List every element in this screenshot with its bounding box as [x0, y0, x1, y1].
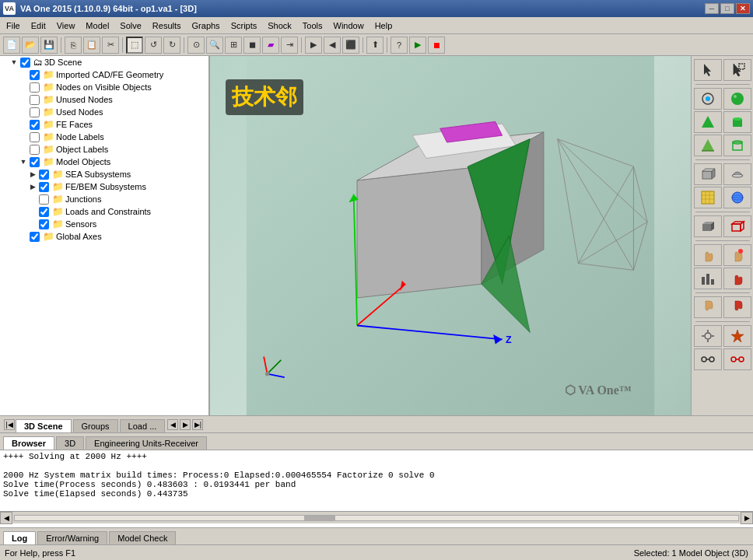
toolbar-export[interactable]: ⬆	[366, 37, 384, 54]
rt-orbit-btn[interactable]	[694, 88, 722, 110]
menu-solve[interactable]: Solve	[115, 19, 146, 32]
tree-node-loads[interactable]: ▶ 📁 Loads and Constraints	[0, 205, 208, 218]
checkbox-sea[interactable]	[39, 170, 49, 180]
rt-select-btn[interactable]	[723, 59, 751, 81]
toolbar-paste[interactable]: 📋	[83, 37, 100, 54]
tree-node-cad[interactable]: ▶ 📁 Imported CAD/FE Geometry	[0, 68, 208, 81]
checkbox-node-labels[interactable]	[30, 132, 40, 142]
toolbar-select-box[interactable]: ⬚	[126, 37, 143, 54]
rt-hand-btn[interactable]	[694, 244, 722, 266]
rt-green-cone-btn[interactable]	[694, 111, 722, 133]
checkbox-global-axes[interactable]	[30, 232, 40, 242]
checkbox-3dscene[interactable]	[20, 58, 30, 68]
menu-edit[interactable]: Edit	[26, 19, 51, 32]
menu-tools[interactable]: Tools	[298, 19, 327, 32]
toolbar-stop[interactable]: ⬛	[342, 37, 359, 54]
tree-node-global-axes[interactable]: ▶ 📁 Global Axes	[0, 230, 208, 243]
browser-tab-3d[interactable]: 3D	[56, 436, 84, 450]
toolbar-save[interactable]: 💾	[40, 37, 58, 54]
checkbox-model-objects[interactable]	[30, 157, 40, 167]
checkbox-unused-nodes[interactable]	[30, 95, 40, 105]
rt-up-hand-btn[interactable]	[723, 296, 751, 318]
toolbar-help[interactable]: ?	[391, 37, 408, 54]
rt-grid-sphere-btn[interactable]	[723, 187, 751, 208]
menu-help[interactable]: Help	[370, 19, 398, 32]
rt-star-btn[interactable]	[723, 325, 751, 347]
tree-node-model-objects[interactable]: ▼ 📁 Model Objects	[0, 156, 208, 168]
scene-tab-nav-prev[interactable]: ◀	[167, 419, 178, 430]
toolbar-rotate-left[interactable]: ↺	[145, 37, 162, 54]
browser-tab-browser[interactable]: Browser	[3, 436, 54, 450]
tree-node-used-nodes[interactable]: ▶ 📁 Used Nodes	[0, 106, 208, 118]
scene-tab-3dscene[interactable]: 3D Scene	[16, 419, 72, 432]
expand-3dscene[interactable]: ▼	[9, 58, 19, 67]
menu-window[interactable]: Window	[329, 19, 369, 32]
rt-bar-chart-btn[interactable]	[694, 268, 722, 289]
menu-file[interactable]: File	[2, 19, 25, 32]
toolbar-palette[interactable]: ▰	[262, 37, 279, 54]
expand-sea[interactable]: ▶	[28, 170, 37, 179]
menu-shock[interactable]: Shock	[263, 19, 296, 32]
menu-model[interactable]: Model	[81, 19, 114, 32]
toolbar-copy[interactable]: ⎘	[65, 37, 82, 54]
rt-grid-box-btn[interactable]	[694, 187, 722, 208]
menu-graphs[interactable]: Graphs	[187, 19, 225, 32]
toolbar-stop2[interactable]: ⏹	[428, 37, 445, 54]
checkbox-junctions[interactable]	[39, 194, 49, 205]
scene-tab-nav-last[interactable]: ▶|	[192, 419, 203, 430]
toolbar-cut[interactable]: ✂	[102, 37, 119, 54]
3d-viewport[interactable]: 技术邻	[210, 56, 691, 415]
toolbar-orbit[interactable]: ⊙	[187, 37, 205, 54]
toolbar-rotate-right[interactable]: ↻	[163, 37, 180, 54]
rt-cylinder2-btn[interactable]	[723, 135, 751, 156]
rt-measure-btn[interactable]	[723, 244, 751, 266]
expand-febem[interactable]: ▶	[28, 182, 37, 191]
browser-tab-engineering[interactable]: Engineering Units-Receiver	[86, 436, 207, 450]
scroll-track[interactable]	[14, 515, 739, 521]
rt-down-hand-btn[interactable]	[694, 296, 722, 318]
tree-node-unused-nodes[interactable]: ▶ 📁 Unused Nodes	[0, 93, 208, 106]
rt-half-sphere-btn[interactable]	[723, 163, 751, 185]
rt-link-btn[interactable]	[694, 348, 722, 370]
log-tab-log[interactable]: Log	[3, 531, 36, 544]
scroll-right[interactable]: ▶	[741, 512, 753, 524]
toolbar-pan[interactable]: 🔍	[206, 37, 223, 54]
log-hscrollbar[interactable]: ◀ ▶	[0, 511, 753, 523]
tree-node-sensors[interactable]: ▶ 📁 Sensors	[0, 218, 208, 230]
checkbox-febem[interactable]	[39, 182, 49, 192]
rt-solid-box-btn[interactable]	[694, 215, 722, 237]
tree-node-3dscene[interactable]: ▼ 🗂 3D Scene	[0, 56, 208, 68]
checkbox-object-labels[interactable]	[30, 145, 40, 155]
scene-tab-nav-next[interactable]: ▶	[180, 419, 191, 430]
rt-red-hand-btn[interactable]	[723, 268, 751, 289]
checkbox-sensors[interactable]	[39, 219, 49, 229]
checkbox-used-nodes[interactable]	[30, 107, 40, 117]
toolbar-green-play[interactable]: ▶	[409, 37, 426, 54]
scene-tab-load[interactable]: Load ...	[120, 419, 166, 432]
rt-chain-btn[interactable]	[723, 348, 751, 370]
toolbar-zoom[interactable]: ⊞	[225, 37, 242, 54]
rt-box-btn[interactable]	[694, 163, 722, 185]
scroll-left[interactable]: ◀	[0, 512, 12, 524]
checkbox-fe-faces[interactable]	[30, 120, 40, 130]
toolbar-play[interactable]: ▶	[305, 37, 322, 54]
tree-node-junctions[interactable]: ▶ 📁 Junctions	[0, 193, 208, 205]
close-button[interactable]: ✕	[736, 3, 750, 14]
window-controls[interactable]: ─ □ ✕	[705, 3, 750, 14]
rt-settings-btn[interactable]	[694, 325, 722, 347]
menu-view[interactable]: View	[52, 19, 80, 32]
toolbar-prev[interactable]: ◀	[324, 37, 341, 54]
log-content[interactable]: ++++ Solving at 2000 Hz ++++ 2000 Hz Sys…	[0, 450, 753, 511]
log-tab-error[interactable]: Error/Warning	[37, 531, 107, 544]
rt-green-sphere-btn[interactable]	[723, 88, 751, 110]
toolbar-open[interactable]: 📂	[22, 37, 39, 54]
tree-node-febem[interactable]: ▶ 📁 FE/BEM Subsystems	[0, 180, 208, 193]
rt-wire-box-btn[interactable]	[723, 215, 751, 237]
toolbar-new[interactable]: 📄	[3, 37, 20, 54]
scene-tab-nav-first[interactable]: |◀	[4, 419, 15, 430]
log-tab-modelcheck[interactable]: Model Check	[109, 531, 176, 544]
checkbox-nodes-visible[interactable]	[30, 82, 40, 93]
toolbar-faces[interactable]: ◼	[243, 37, 261, 54]
toolbar-arrows[interactable]: ⇥	[281, 37, 298, 54]
tree-node-object-labels[interactable]: ▶ 📁 Object Labels	[0, 143, 208, 156]
